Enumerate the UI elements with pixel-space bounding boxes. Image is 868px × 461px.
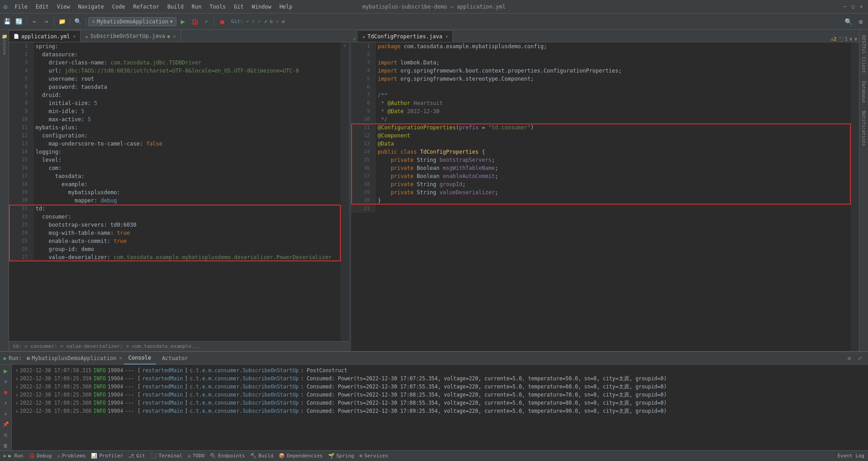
toolbar-settings[interactable]: ⚙ <box>855 16 866 27</box>
code-line-14: 14 logging: <box>9 148 349 156</box>
actuator-label: Actuator <box>162 355 188 361</box>
run-with-coverage[interactable]: ⚡ <box>201 16 212 27</box>
left-code-area[interactable]: ✓ 1 spring: 2 <box>9 42 349 341</box>
toolbar-stop[interactable]: ■ <box>217 16 227 27</box>
line-num-27: 27 <box>15 253 28 261</box>
console-up-btn[interactable]: ↑ <box>1 398 10 407</box>
nav-prev[interactable]: ∧ <box>850 36 853 42</box>
close-tab-subscribe-startup[interactable]: ✕ <box>173 34 176 39</box>
log-arrow-2: ↓ <box>15 374 18 383</box>
right-highlighted-section: 11 @ConfigurationProperties(prefix = "td… <box>351 123 859 205</box>
tab-tdconfig-properties[interactable]: ☕ TdConfigProperties.java ✕ <box>358 30 453 42</box>
restful-client-tab[interactable]: RESTful Client <box>860 32 867 77</box>
console-rerun-btn[interactable]: ↺ <box>1 377 10 386</box>
toolbar-forward[interactable]: → <box>41 16 52 27</box>
status-terminal[interactable]: ⬛ Terminal <box>150 453 182 459</box>
menu-file[interactable]: File <box>11 3 31 11</box>
menu-edit[interactable]: Edit <box>32 3 52 11</box>
database-tab[interactable]: Database <box>860 78 867 106</box>
status-spring[interactable]: 🌱 Spring <box>328 453 354 459</box>
menu-build[interactable]: Build <box>164 3 187 11</box>
console-down-btn[interactable]: ↓ <box>1 409 10 418</box>
status-run[interactable]: ▶ ▶ Run <box>4 453 23 459</box>
toolbar-recent[interactable]: 📁 <box>57 16 68 27</box>
nav-next[interactable]: ∨ <box>854 36 857 42</box>
right-editor-valid-indicator: ✓ <box>351 36 358 42</box>
run-config-selector[interactable]: ⚙ MybatisDemoApplication ▼ <box>88 17 176 26</box>
yaml-file-icon: 📄 <box>14 34 19 39</box>
right-code-area[interactable]: 1 package com.taosdata.example.mybatispl… <box>351 42 859 351</box>
toolbar-back[interactable]: ← <box>29 16 40 27</box>
r-line-num-2: 2 <box>357 50 370 59</box>
log-ts-6: 2022-12-30 17:09:25.360 <box>20 407 91 415</box>
debug-button[interactable]: 🐞 <box>189 16 200 27</box>
line-num-14: 14 <box>15 148 28 156</box>
panel-tab-console[interactable]: Console <box>124 352 156 365</box>
status-endpoints[interactable]: 🔌 Endpoints <box>210 453 245 459</box>
menu-refactor[interactable]: Refactor <box>130 3 163 11</box>
tab-application-yml[interactable]: 📄 application.yml ✕ <box>9 30 81 42</box>
panel-expand-btn[interactable]: ⤢ <box>855 354 864 363</box>
code-line-7: 7 druid: <box>9 91 349 99</box>
run-close-icon[interactable]: ✕ <box>119 355 122 361</box>
bottom-panel: ▶ Run: ⚙ MybatisplusDemoApplication ✕ Co… <box>0 351 868 450</box>
console-run-btn[interactable]: ▶ <box>1 366 10 375</box>
line-num-18: 18 <box>15 180 28 188</box>
status-profiler[interactable]: 📊 Profiler <box>91 453 123 459</box>
status-event-log[interactable]: Event Log <box>837 453 864 459</box>
code-line-5: 5 username: root <box>9 75 349 83</box>
log-msg-5: : Consumed: Power(ts=2022-12-30 17:08:55… <box>301 399 667 407</box>
line-content-17: taosdata: <box>34 172 349 180</box>
menu-window[interactable]: Window <box>248 3 275 11</box>
notifications-tab[interactable]: Notifications <box>860 107 867 150</box>
minimize-button[interactable]: ─ <box>842 4 848 10</box>
status-problems[interactable]: ⚠ Problems <box>57 453 86 459</box>
log-line-2: ↓ 2022-12-30 17:09:25.359 INFO 19904 ---… <box>15 374 864 383</box>
r-line-num-9: 9 <box>357 107 370 115</box>
menu-code[interactable]: Code <box>108 3 129 11</box>
structure-icon[interactable]: Structure <box>0 41 9 49</box>
console-pin-btn[interactable]: 📌 <box>1 420 10 429</box>
code-line-25: 25 enable-auto-commit: true <box>9 237 349 245</box>
services-icon: ⚙ <box>359 453 362 459</box>
close-button[interactable]: ✕ <box>858 4 864 10</box>
panel-tab-actuator[interactable]: Actuator <box>158 352 193 365</box>
menu-tools[interactable]: Tools <box>206 3 229 11</box>
toolbar-search[interactable]: 🔍 <box>72 16 83 27</box>
status-dependencies[interactable]: 📦 Dependencies <box>279 453 322 459</box>
status-services[interactable]: ⚙ Services <box>359 453 388 459</box>
status-build[interactable]: 🔨 Build <box>250 453 273 459</box>
right-editor-panel: ✓ ☕ TdConfigProperties.java ✕ ⚠2 ⚫1 ∧ ∨ <box>351 30 859 351</box>
close-tab-application-yml[interactable]: ✕ <box>73 34 76 39</box>
line-num-22: 22 <box>15 213 28 221</box>
toolbar-save[interactable]: 💾 <box>2 16 13 27</box>
menu-navigate[interactable]: Navigate <box>74 3 108 11</box>
close-tab-tdconfig[interactable]: ✕ <box>445 34 448 39</box>
run-button[interactable]: ▶ <box>177 16 188 27</box>
log-thread-1: restartedMain <box>142 366 183 374</box>
status-git[interactable]: ⎇ Git <box>128 453 145 459</box>
toolbar-sync[interactable]: 🔄 <box>14 16 24 27</box>
r-line-content-3: import lombok.Data; <box>376 59 859 67</box>
toolbar-search-everywhere[interactable]: 🔍 <box>843 16 854 27</box>
console-stop-btn[interactable]: ■ <box>1 388 10 397</box>
status-todo[interactable]: ☑ TODO <box>188 453 204 459</box>
toolbar-sep-3 <box>70 17 70 26</box>
menu-git[interactable]: Git <box>231 3 248 11</box>
java-file-icon-2: ☕ <box>362 34 365 39</box>
status-debug[interactable]: 🐞 Debug <box>29 453 52 459</box>
line-num-11: 11 <box>15 123 28 132</box>
menu-help[interactable]: Help <box>276 3 296 11</box>
console-clear-btn[interactable]: 🗑 <box>1 441 10 450</box>
menu-run[interactable]: Run <box>188 3 205 11</box>
code-line-4: 4 url: jdbc:TAOS://td0:6030/iot?charset=… <box>9 67 349 75</box>
log-brace-4: ] <box>185 391 188 399</box>
menu-view[interactable]: View <box>53 3 73 11</box>
tab-subscribe-startup[interactable]: ☕ SubscribeOnStartUp.java ● ✕ <box>81 30 181 42</box>
console-log-content[interactable]: ↑ 2022-12-30 17:07:50.315 INFO 19904 ---… <box>12 365 868 450</box>
panel-settings-btn[interactable]: ⚙ <box>845 354 854 363</box>
left-code-editor: 1 spring: 2 datasource: <box>9 42 349 341</box>
tab-label-tdconfig: TdConfigProperties.java <box>367 33 442 40</box>
console-filter-btn[interactable]: ⊟ <box>1 431 10 440</box>
maximize-button[interactable]: □ <box>850 4 856 10</box>
